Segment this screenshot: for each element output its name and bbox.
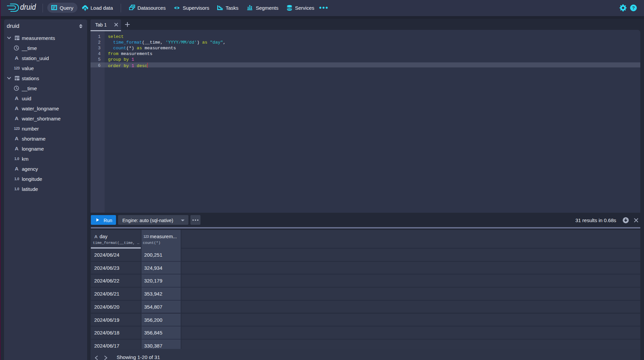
svg-text:?: ?	[632, 5, 635, 10]
